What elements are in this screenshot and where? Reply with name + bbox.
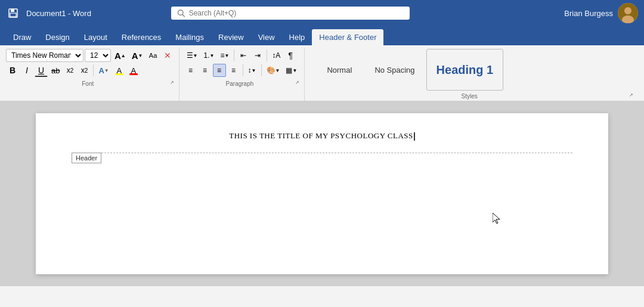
tab-view[interactable]: View [251, 29, 282, 45]
styles-group: Normal No Spacing Heading 1 Styles ↗ [307, 48, 638, 101]
text-effect-button[interactable]: A▼ [96, 64, 111, 77]
tab-design[interactable]: Design [38, 29, 76, 45]
font-group: Times New Roman 12 A▲ A▼ Aa ✕ B I U ab x… [4, 48, 179, 101]
user-info: Brian Burgess [564, 3, 638, 23]
bold-button[interactable]: B [6, 64, 19, 77]
paragraph-group-label: Paragraph [184, 78, 296, 87]
svg-rect-1 [11, 9, 14, 12]
tab-header-footer[interactable]: Header & Footer [312, 29, 383, 45]
title-bar: Document1 - Word Brian Burgess [0, 0, 644, 26]
ribbon-tabs: Draw Design Layout References Mailings R… [0, 26, 644, 45]
paragraph-row2: ≡ ≡ ≡ ≡ ↕▼ 🎨▼ ▦▼ [184, 64, 300, 77]
search-input[interactable] [189, 9, 404, 17]
bullets-button[interactable]: ☰▼ [184, 49, 200, 62]
highlight-color-button[interactable]: A [113, 64, 126, 77]
styles-expand-button[interactable]: ↗ [629, 92, 633, 98]
divider4 [243, 64, 243, 76]
superscript-button[interactable]: x2 [78, 64, 91, 77]
style-normal[interactable]: Normal [315, 49, 363, 91]
divider5 [261, 64, 262, 76]
paragraph-row1: ☰▼ 1.▼ ≡▼ ⇤ ⇥ ↕A ¶ [184, 49, 300, 62]
search-bar[interactable] [171, 7, 410, 20]
svg-marker-8 [493, 213, 500, 224]
style-no-spacing[interactable]: No Spacing [364, 49, 425, 91]
document-content: THIS IS THE TITLE OF MY PSYCHOLOGY CLASS [72, 131, 572, 141]
underline-button[interactable]: U [35, 64, 48, 77]
strikethrough-button[interactable]: ab [49, 64, 62, 77]
text-cursor [414, 132, 415, 141]
change-case-button[interactable]: Aa [147, 49, 160, 62]
italic-button[interactable]: I [20, 64, 33, 77]
shrink-font-button[interactable]: A▼ [129, 49, 145, 62]
tab-draw[interactable]: Draw [6, 29, 38, 45]
document-page[interactable]: THIS IS THE TITLE OF MY PSYCHOLOGY CLASS… [36, 113, 608, 274]
svg-point-6 [624, 7, 631, 14]
shading-button[interactable]: 🎨▼ [264, 64, 283, 77]
tab-review[interactable]: Review [211, 29, 251, 45]
decrease-indent-button[interactable]: ⇤ [237, 49, 250, 62]
paragraph-group: ☰▼ 1.▼ ≡▼ ⇤ ⇥ ↕A ¶ ≡ ≡ ≡ ≡ ↕▼ 🎨▼ ▦▼ [182, 48, 305, 101]
paragraph-expand-button[interactable]: ↗ [295, 80, 299, 85]
mouse-cursor [493, 213, 501, 227]
styles-panel: Normal No Spacing Heading 1 [309, 49, 536, 91]
search-icon [177, 9, 185, 17]
app-title: Document1 - Word [26, 9, 91, 18]
align-right-button[interactable]: ≡ [213, 64, 226, 77]
align-justify-button[interactable]: ≡ [227, 64, 240, 77]
svg-line-4 [182, 14, 184, 16]
tab-layout[interactable]: Layout [77, 29, 114, 45]
document-title: THIS IS THE TITLE OF MY PSYCHOLOGY CLASS [72, 131, 572, 141]
style-heading1[interactable]: Heading 1 [426, 49, 504, 91]
subscript-button[interactable]: x2 [63, 64, 76, 77]
clear-format-button[interactable]: ✕ [161, 49, 174, 62]
sort-button[interactable]: ↕A [270, 49, 283, 62]
font-family-select[interactable]: Times New Roman [6, 49, 83, 62]
header-zone: Header [72, 153, 572, 158]
tab-help[interactable]: Help [282, 29, 312, 45]
show-marks-button[interactable]: ¶ [284, 49, 297, 62]
divider2 [234, 49, 234, 61]
line-spacing-button[interactable]: ↕▼ [246, 64, 259, 77]
divider [93, 64, 94, 76]
multilevel-list-button[interactable]: ≡▼ [218, 49, 231, 62]
align-center-button[interactable]: ≡ [199, 64, 212, 77]
document-area: THIS IS THE TITLE OF MY PSYCHOLOGY CLASS… [0, 101, 644, 286]
user-name: Brian Burgess [564, 9, 613, 18]
tab-references[interactable]: References [114, 29, 168, 45]
font-row1: Times New Roman 12 A▲ A▼ Aa ✕ [6, 49, 174, 62]
grow-font-button[interactable]: A▲ [112, 49, 128, 62]
numbering-button[interactable]: 1.▼ [201, 49, 216, 62]
font-expand-button[interactable]: ↗ [170, 80, 174, 85]
font-row2: B I U ab x2 x2 A▼ A A [6, 64, 174, 77]
borders-button[interactable]: ▦▼ [283, 64, 299, 77]
tab-mailings[interactable]: Mailings [168, 29, 211, 45]
styles-group-label: Styles [309, 91, 629, 100]
avatar [618, 3, 638, 23]
font-group-label: Font [6, 78, 170, 87]
align-left-button[interactable]: ≡ [184, 64, 197, 77]
svg-rect-2 [10, 13, 16, 17]
increase-indent-button[interactable]: ⇥ [251, 49, 264, 62]
font-color-button[interactable]: A [127, 64, 140, 77]
save-icon[interactable] [6, 6, 20, 20]
ribbon: Times New Roman 12 A▲ A▼ Aa ✕ B I U ab x… [0, 45, 644, 101]
header-label: Header [72, 153, 101, 163]
divider3 [267, 49, 267, 61]
font-size-select[interactable]: 12 [85, 49, 111, 62]
